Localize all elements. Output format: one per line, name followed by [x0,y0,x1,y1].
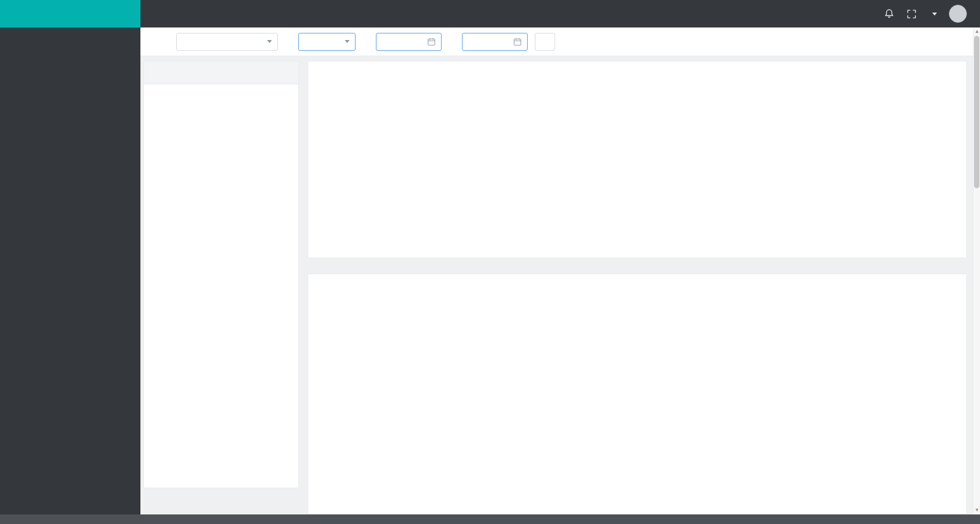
chart-header [318,68,957,84]
query-button[interactable] [535,33,555,51]
vertical-scrollbar[interactable]: ▲ ▼ [973,27,980,514]
body-row: ▲ ▼ [0,27,980,514]
energy-type-select[interactable] [298,33,356,51]
scroll-up-arrow-icon[interactable]: ▲ [973,28,980,35]
right-column [308,61,967,514]
system-menu[interactable] [929,13,937,16]
device-tree-title [144,62,298,84]
chevron-down-icon [345,40,350,43]
end-date-input[interactable] [462,33,528,51]
scrollbar-thumb[interactable] [974,36,979,188]
bell-icon[interactable] [884,8,895,19]
top-nav [140,0,980,27]
usage-trend-panel [308,61,967,258]
top-header [0,0,980,27]
chevron-down-icon [932,13,937,16]
sidebar-menu [0,27,140,514]
header-right [884,0,980,27]
bottom-bar [0,514,980,524]
filter-bar [140,27,980,56]
start-date-input[interactable] [376,33,442,51]
calendar-icon [427,38,436,46]
main-area: ▲ ▼ [140,27,980,514]
fullscreen-icon[interactable] [906,9,917,19]
company-select[interactable] [176,33,278,51]
energy-data-table-panel [308,274,967,514]
device-tree-body [144,84,298,101]
avatar[interactable] [949,5,967,23]
scroll-down-arrow-icon[interactable]: ▼ [973,507,980,514]
usage-trend-chart [318,84,957,255]
chevron-down-icon [267,40,272,43]
content-row [140,56,980,514]
brand-logo [0,0,140,27]
device-tree-panel [143,61,299,488]
calendar-icon [513,38,522,46]
app-root: ▲ ▼ [0,0,980,524]
